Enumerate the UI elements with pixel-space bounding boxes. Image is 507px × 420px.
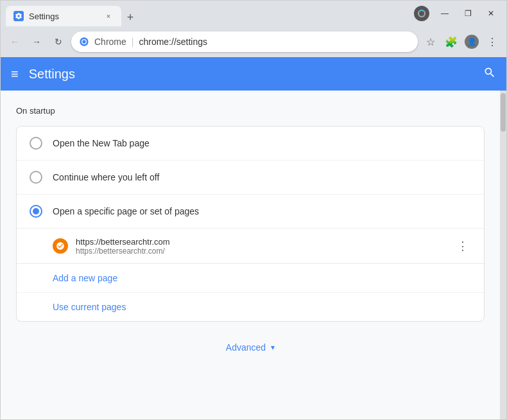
window-controls: — ❐ ✕ [434, 4, 501, 22]
option-new-tab-label: Open the New Tab page [53, 138, 150, 148]
option-specific-pages[interactable]: Open a specific page or set of pages [17, 195, 484, 229]
download-indicator [414, 6, 429, 21]
url-favicon [53, 238, 68, 254]
settings-content: PC On startup Open the New Tab page Cont… [1, 91, 500, 419]
option-continue[interactable]: Continue where you left off [17, 161, 484, 195]
bookmark-button[interactable]: ☆ [422, 33, 440, 51]
option-specific-label: Open a specific page or set of pages [53, 206, 199, 216]
radio-specific-pages[interactable] [30, 205, 42, 218]
option-new-tab[interactable]: Open the New Tab page [17, 127, 484, 161]
add-new-page-link[interactable]: Add a new page [17, 264, 484, 293]
chrome-menu-button[interactable]: ⋮ [483, 33, 501, 51]
radio-new-tab[interactable] [30, 137, 42, 150]
tab-close-button[interactable]: × [103, 11, 114, 21]
settings-header-left: ≡ Settings [11, 67, 75, 82]
settings-search-button[interactable] [483, 66, 496, 82]
toolbar-icons: ☆ 🧩 👤 ⋮ [422, 33, 501, 51]
address-bar: ← → ↻ Chrome | chrome://settings ☆ 🧩 👤 ⋮ [1, 26, 506, 57]
minimize-button[interactable]: — [434, 4, 455, 22]
radio-continue[interactable] [30, 171, 42, 184]
advanced-button[interactable]: Advanced ▾ [216, 337, 285, 358]
content-area: PC On startup Open the New Tab page Cont… [1, 91, 506, 419]
browser-window: Settings × + — ❐ ✕ ← → ↻ Chrome | chro [0, 0, 507, 420]
url-entry-item: https://bettersearchtr.com https://bette… [17, 229, 484, 264]
tab-bar: Settings × + [6, 1, 409, 26]
title-bar: Settings × + — ❐ ✕ [1, 1, 506, 26]
advanced-section: Advanced ▾ [16, 337, 485, 358]
refresh-button[interactable]: ↻ [49, 33, 67, 51]
new-tab-button[interactable]: + [121, 8, 139, 26]
address-omnibox[interactable]: Chrome | chrome://settings [71, 31, 418, 52]
extensions-button[interactable]: 🧩 [442, 33, 460, 51]
scrollbar-thumb[interactable] [501, 93, 506, 132]
scrollbar[interactable] [500, 91, 506, 419]
url-display-address: https://bettersearchtr.com/ [76, 247, 447, 256]
url-menu-button[interactable]: ⋮ [454, 236, 471, 256]
hamburger-menu[interactable]: ≡ [11, 67, 19, 82]
url-address: chrome://settings [139, 37, 207, 47]
tab-favicon [13, 11, 24, 21]
on-startup-title: On startup [16, 106, 485, 116]
settings-page-title: Settings [29, 67, 75, 82]
maximize-button[interactable]: ❐ [458, 4, 478, 22]
back-button[interactable]: ← [6, 33, 24, 51]
settings-header: ≡ Settings [1, 57, 506, 91]
svg-point-2 [82, 40, 85, 43]
url-separator: | [132, 37, 134, 47]
chrome-logo-icon [79, 37, 89, 47]
startup-options-card: Open the New Tab page Continue where you… [16, 126, 485, 322]
advanced-label: Advanced [226, 342, 266, 353]
account-button[interactable]: 👤 [463, 33, 481, 51]
url-display-name: https://bettersearchtr.com [76, 237, 447, 247]
close-button[interactable]: ✕ [481, 4, 501, 22]
radio-inner-dot [33, 208, 39, 214]
settings-tab[interactable]: Settings × [6, 6, 121, 26]
forward-button[interactable]: → [28, 33, 46, 51]
option-continue-label: Continue where you left off [53, 172, 159, 182]
url-info: https://bettersearchtr.com https://bette… [76, 237, 447, 256]
url-browser-name: Chrome [94, 37, 126, 47]
advanced-arrow-icon: ▾ [271, 343, 275, 352]
tab-title: Settings [29, 12, 59, 21]
use-current-pages-link[interactable]: Use current pages [17, 293, 484, 321]
